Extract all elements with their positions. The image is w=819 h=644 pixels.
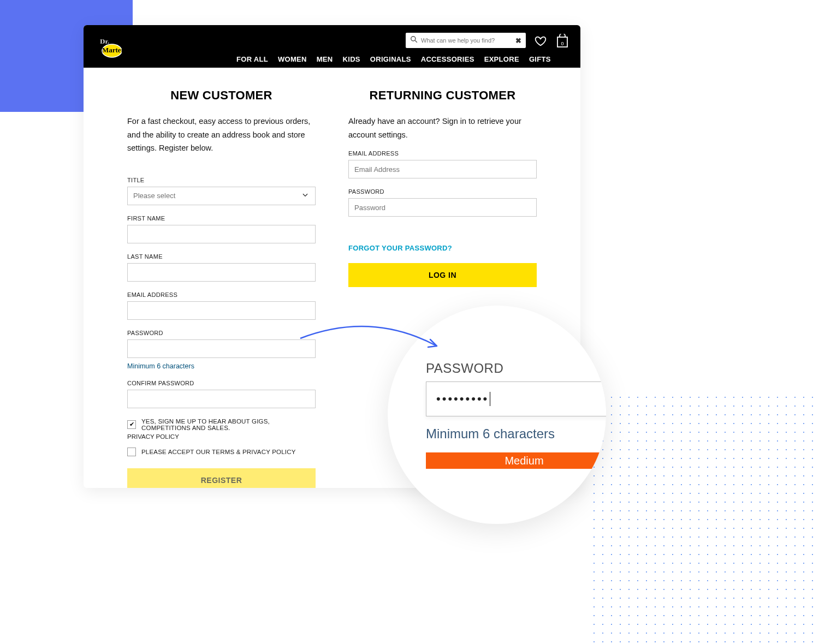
confirm-password-label: CONFIRM PASSWORD (127, 380, 316, 386)
login-email-input[interactable] (348, 160, 537, 178)
zoom-password-input: ••••••••• (426, 381, 606, 416)
login-password-label: PASSWORD (348, 188, 537, 195)
marketing-checkbox-label: YES, SIGN ME UP TO HEAR ABOUT GIGS, COMP… (141, 418, 316, 431)
password-helper: Minimum 6 characters (127, 362, 316, 370)
title-select[interactable]: Please select (127, 187, 316, 205)
marketing-checkbox[interactable] (127, 420, 136, 429)
register-button[interactable]: REGISTER (127, 468, 316, 488)
title-label: TITLE (127, 177, 316, 183)
bag-count: 0 (561, 41, 564, 46)
decorative-dotted-pattern (590, 393, 819, 644)
password-label: PASSWORD (127, 330, 316, 336)
login-password-input[interactable] (348, 198, 537, 217)
zoom-password-label: PASSWORD (426, 361, 606, 376)
nav-originals[interactable]: ORIGINALS (370, 55, 411, 63)
clear-search-icon[interactable]: ✖ (515, 37, 521, 45)
email-input[interactable] (127, 301, 316, 320)
email-label: EMAIL ADDRESS (127, 291, 316, 298)
nav-kids[interactable]: KIDS (343, 55, 360, 63)
nav-explore[interactable]: EXPLORE (484, 55, 519, 63)
new-customer-intro: For a fast checkout, easy access to prev… (127, 115, 316, 155)
new-customer-title: NEW CUSTOMER (127, 88, 316, 103)
terms-checkbox[interactable] (127, 448, 136, 456)
new-customer-column: NEW CUSTOMER For a fast checkout, easy a… (127, 88, 316, 488)
returning-customer-title: RETURNING CUSTOMER (348, 88, 537, 103)
nav-accessories[interactable]: ACCESSORIES (421, 55, 474, 63)
password-strength-meter: Medium (426, 452, 606, 469)
search-box[interactable]: ✖ (406, 33, 526, 48)
nav-gifts[interactable]: GIFTS (529, 55, 551, 63)
search-icon (410, 35, 418, 45)
search-input[interactable] (418, 37, 515, 44)
first-name-label: FIRST NAME (127, 215, 316, 222)
svg-line-4 (415, 40, 417, 43)
last-name-input[interactable] (127, 263, 316, 282)
site-header: Dr. Martens FOR ALL WOMEN MEN KIDS ORIGI… (84, 25, 580, 68)
confirm-password-input[interactable] (127, 390, 316, 408)
svg-text:Dr.: Dr. (100, 37, 109, 45)
svg-text:Martens: Martens (102, 46, 128, 54)
text-caret (490, 392, 490, 406)
login-email-label: EMAIL ADDRESS (348, 150, 537, 157)
brand-logo[interactable]: Dr. Martens (97, 34, 141, 58)
terms-checkbox-label: PLEASE ACCEPT OUR TERMS & PRIVACY POLICY (141, 449, 296, 455)
zoom-password-helper: Minimum 6 characters (426, 426, 606, 442)
privacy-policy-link[interactable]: PRIVACY POLICY (127, 433, 316, 440)
first-name-input[interactable] (127, 225, 316, 243)
zoom-password-dots: ••••••••• (436, 392, 489, 406)
main-nav: FOR ALL WOMEN MEN KIDS ORIGINALS ACCESSO… (236, 55, 551, 63)
login-button[interactable]: LOG IN (348, 263, 537, 287)
returning-customer-intro: Already have an account? Sign in to retr… (348, 115, 537, 141)
shopping-bag-icon[interactable]: 0 (556, 34, 568, 50)
nav-women[interactable]: WOMEN (278, 55, 307, 63)
svg-point-3 (411, 37, 416, 41)
nav-for-all[interactable]: FOR ALL (236, 55, 268, 63)
last-name-label: LAST NAME (127, 253, 316, 260)
nav-men[interactable]: MEN (317, 55, 333, 63)
zoom-annotation: PASSWORD ••••••••• Minimum 6 characters … (388, 306, 606, 524)
wishlist-icon[interactable] (535, 35, 547, 49)
password-input[interactable] (127, 339, 316, 358)
forgot-password-link[interactable]: FORGOT YOUR PASSWORD? (348, 244, 537, 252)
